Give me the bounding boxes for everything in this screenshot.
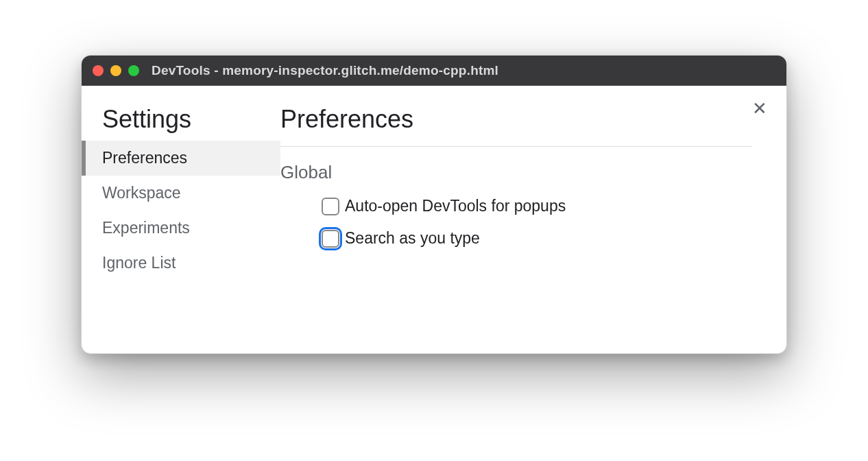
sidebar-item-workspace[interactable]: Workspace (82, 176, 280, 211)
window-title: DevTools - memory-inspector.glitch.me/de… (152, 63, 498, 78)
sidebar-item-experiments[interactable]: Experiments (82, 211, 280, 246)
window-maximize-icon[interactable] (128, 65, 139, 76)
traffic-lights (93, 65, 139, 76)
option-label: Search as you type (345, 229, 480, 248)
option-auto-open-devtools[interactable]: Auto-open DevTools for popups (280, 197, 759, 215)
section-title: Global (280, 162, 759, 183)
main-panel: Preferences Global Auto-open DevTools fo… (280, 86, 786, 353)
sidebar: Settings Preferences Workspace Experimen… (82, 86, 280, 353)
window-minimize-icon[interactable] (110, 65, 121, 76)
sidebar-item-ignore-list[interactable]: Ignore List (82, 246, 280, 281)
option-label: Auto-open DevTools for popups (345, 197, 566, 215)
sidebar-item-preferences[interactable]: Preferences (82, 141, 280, 176)
devtools-window: DevTools - memory-inspector.glitch.me/de… (81, 55, 787, 354)
checkbox-auto-open[interactable] (322, 198, 339, 215)
checkbox-search-as-you-type[interactable] (322, 230, 339, 248)
sidebar-title: Settings (82, 105, 280, 141)
content-area: ✕ Settings Preferences Workspace Experim… (82, 86, 786, 353)
titlebar: DevTools - memory-inspector.glitch.me/de… (82, 56, 786, 86)
close-button[interactable]: ✕ (752, 99, 767, 117)
window-close-icon[interactable] (93, 65, 104, 76)
page-title: Preferences (280, 105, 752, 147)
option-search-as-you-type[interactable]: Search as you type (280, 229, 759, 248)
